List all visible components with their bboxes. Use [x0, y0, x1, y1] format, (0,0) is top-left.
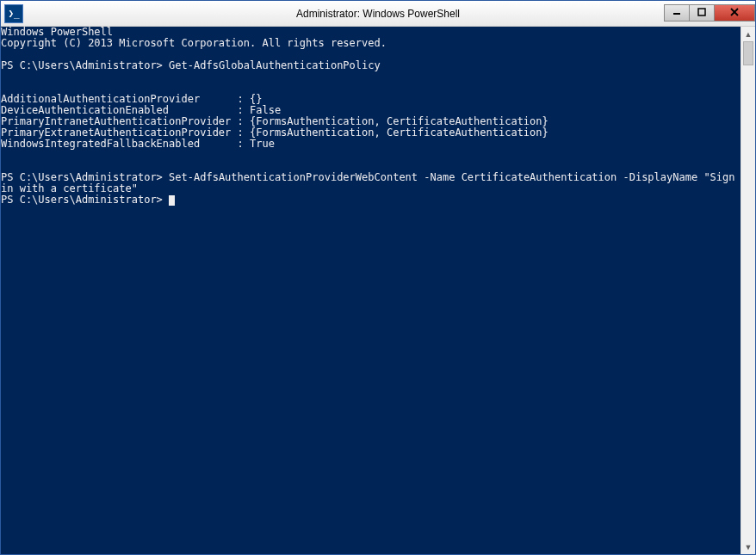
ps-prompt: PS C:\Users\Administrator> [1, 171, 169, 183]
command-text: Get-AdfsGlobalAuthenticationPolicy [169, 59, 381, 71]
close-button[interactable] [714, 4, 755, 22]
svg-rect-1 [698, 9, 705, 15]
chevron-down-icon: ▼ [745, 543, 753, 552]
vertical-scrollbar[interactable]: ▲ ▼ [741, 27, 755, 554]
titlebar[interactable]: ❯_ Administrator: Windows PowerShell [1, 1, 755, 27]
console-output[interactable]: Windows PowerShell Copyright (C) 2013 Mi… [1, 27, 741, 554]
close-icon [730, 8, 739, 18]
powershell-icon: ❯_ [4, 4, 23, 23]
output-line: WindowsIntegratedFallbackEnabled : True [1, 138, 275, 150]
window-controls [665, 4, 755, 23]
scroll-thumb[interactable] [743, 41, 753, 65]
powershell-window: ❯_ Administrator: Windows PowerShell Win… [0, 0, 756, 555]
scroll-up-button[interactable]: ▲ [741, 27, 755, 41]
ps-prompt: PS C:\Users\Administrator> [1, 194, 169, 206]
maximize-icon [697, 8, 706, 18]
window-title: Administrator: Windows PowerShell [296, 8, 460, 20]
ps-prompt: PS C:\Users\Administrator> [1, 59, 169, 71]
text-cursor [169, 195, 175, 206]
scroll-down-button[interactable]: ▼ [741, 540, 755, 554]
scroll-track[interactable] [741, 41, 755, 540]
output-line: PrimaryIntranetAuthenticationProvider : … [1, 115, 548, 127]
output-line: DeviceAuthenticationEnabled : False [1, 104, 281, 116]
output-line: AdditionalAuthenticationProvider : {} [1, 93, 262, 105]
icon-glyph: ❯_ [8, 8, 19, 19]
minimize-icon [672, 8, 681, 18]
console-line: Copyright (C) 2013 Microsoft Corporation… [1, 37, 387, 49]
minimize-button[interactable] [664, 4, 690, 22]
client-area: Windows PowerShell Copyright (C) 2013 Mi… [1, 27, 755, 554]
maximize-button[interactable] [689, 4, 715, 22]
chevron-up-icon: ▲ [745, 30, 753, 39]
output-line: PrimaryExtranetAuthenticationProvider : … [1, 126, 548, 139]
